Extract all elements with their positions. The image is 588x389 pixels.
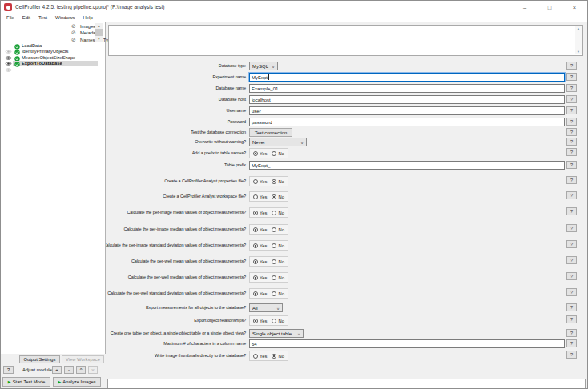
radio-icon (272, 243, 276, 248)
password-label: Password (228, 119, 246, 124)
radio-icon (272, 259, 276, 264)
per-image-median-radio-yes[interactable]: Yes (253, 227, 267, 232)
output-settings-button[interactable]: Output Settings (19, 355, 60, 363)
password-input[interactable]: password (249, 118, 565, 126)
eye-icon[interactable] (5, 62, 12, 66)
module-label: LoadData (22, 43, 42, 48)
scroll-up-icon[interactable]: ▴ (95, 23, 103, 29)
per-image-mean-radio-yes[interactable]: Yes (253, 211, 267, 215)
max-column-chars-input[interactable]: 64 (249, 339, 565, 348)
database-host-input[interactable]: localhost (249, 95, 565, 104)
input-module-item-images[interactable]: ⊘Images (1, 22, 105, 30)
per-well-median-radio-no[interactable]: No (272, 275, 284, 280)
database-name-help-button[interactable]: ? (566, 84, 577, 92)
password-help-button[interactable]: ? (566, 118, 577, 126)
per-image-stddev-help-button[interactable]: ? (566, 240, 577, 248)
per-well-mean-radio-no[interactable]: No (272, 259, 284, 264)
table-per-object-dropdown[interactable]: Single object table∨ (249, 329, 304, 338)
per-well-mean-help-button[interactable]: ? (566, 256, 577, 264)
add-module-button[interactable]: + (52, 366, 62, 374)
database-name-input[interactable]: Example_01 (249, 84, 565, 93)
per-image-mean-radio-no[interactable]: No (272, 211, 284, 215)
move-module-up-button[interactable]: ^ (76, 366, 86, 374)
username-input[interactable]: user (249, 106, 565, 115)
table-prefix-toggle-radio-yes[interactable]: Yes (253, 151, 267, 156)
write-thumbnails-radio-yes[interactable]: Yes (253, 354, 267, 359)
radio-label: No (278, 151, 284, 156)
username-help-button[interactable]: ? (566, 106, 577, 114)
experiment-name-input[interactable]: MyExpt (249, 73, 565, 82)
cpa-workspace-file-radio-no[interactable]: No (272, 194, 284, 199)
export-relationships-help-button[interactable]: ? (566, 315, 577, 323)
overwrite-warning-help-button[interactable]: ? (566, 138, 577, 146)
export-all-objects-dropdown[interactable]: All∨ (249, 303, 283, 312)
pipeline-help-button[interactable]: ? (3, 366, 14, 374)
database-host-help-button[interactable]: ? (566, 95, 577, 103)
module-item-exporttodatabase[interactable]: ExportToDatabase (1, 61, 105, 67)
cpa-workspace-file-help-button[interactable]: ? (566, 191, 577, 199)
per-well-median-help-button[interactable]: ? (566, 272, 577, 280)
eye-icon[interactable] (5, 55, 12, 60)
cpa-workspace-file-radio-yes[interactable]: Yes (253, 194, 267, 199)
per-image-stddev-radio-yes[interactable]: Yes (253, 243, 267, 248)
max-column-chars-help-button[interactable]: ? (566, 339, 577, 347)
test-connection-help-button[interactable]: ? (566, 128, 577, 136)
close-button[interactable]: × (563, 1, 586, 14)
cpa-properties-file-radio-no[interactable]: No (272, 179, 284, 184)
table-prefix-toggle-help-button[interactable]: ? (566, 148, 577, 156)
per-image-median-help-button[interactable]: ? (566, 224, 577, 232)
start-test-mode-button[interactable]: ▶ Start Test Mode (2, 377, 50, 387)
cpa-properties-file-help-button[interactable]: ? (566, 176, 577, 184)
per-well-stddev-radio-no[interactable]: No (272, 291, 284, 296)
eye-icon[interactable] (5, 50, 12, 54)
menu-windows[interactable]: Windows (51, 15, 79, 20)
write-thumbnails-help-button[interactable]: ? (566, 351, 577, 359)
remove-module-button[interactable]: - (64, 366, 74, 374)
module-notes-textarea[interactable]: ▴ ▾ (108, 25, 583, 56)
analyze-images-button[interactable]: ▶ Analyze Images (53, 377, 101, 387)
export-relationships-radio-no[interactable]: No (272, 319, 284, 323)
database-type-help-button[interactable]: ? (566, 62, 577, 70)
scroll-down-icon[interactable]: ▾ (575, 50, 582, 54)
per-well-median-radio-yes[interactable]: Yes (253, 275, 267, 280)
per-well-stddev-label: Calculate the per-well standard deviatio… (107, 291, 246, 295)
module-enabled-check-icon[interactable] (14, 56, 20, 70)
per-image-stddev-radio-no[interactable]: No (272, 243, 284, 248)
maximize-button[interactable]: □ (538, 1, 561, 14)
radio-icon (253, 319, 258, 323)
overwrite-warning-dropdown[interactable]: Never∨ (249, 138, 307, 146)
per-well-mean-radio-yes[interactable]: Yes (253, 259, 267, 264)
write-thumbnails-radio-no[interactable]: No (272, 354, 284, 359)
menu-file[interactable]: File (2, 15, 18, 20)
scroll-up-icon[interactable]: ▴ (575, 26, 582, 31)
module-label: MeasureObjectSizeShape (22, 55, 75, 60)
scrollbar-thumb[interactable] (95, 29, 103, 36)
table-prefix-input[interactable]: MyExpt_ (249, 161, 565, 170)
per-image-median-radio-no[interactable]: No (272, 227, 284, 232)
per-image-median-radio-group: YesNo (249, 224, 288, 235)
per-image-mean-help-button[interactable]: ? (566, 207, 577, 215)
database-type-dropdown[interactable]: MySQL∨ (249, 62, 278, 70)
menu-help[interactable]: Help (79, 15, 96, 20)
table-prefix-help-button[interactable]: ? (566, 161, 577, 169)
menu-edit[interactable]: Edit (18, 15, 34, 20)
table-per-object-help-button[interactable]: ? (566, 329, 577, 337)
radio-icon (253, 354, 258, 359)
export-relationships-radio-yes[interactable]: Yes (253, 319, 267, 323)
menu-test[interactable]: Test (34, 15, 51, 20)
eye-icon[interactable] (5, 43, 12, 48)
radio-icon (272, 227, 276, 232)
table-prefix-toggle-radio-no[interactable]: No (272, 151, 284, 156)
scroll-down-icon[interactable]: ▾ (95, 36, 103, 42)
input-module-item-metadata[interactable]: ⊘Metadata (1, 30, 105, 37)
per-well-stddev-radio-yes[interactable]: Yes (253, 291, 267, 296)
experiment-name-help-button[interactable]: ? (566, 73, 577, 81)
input-modules-scrollbar[interactable]: ▴ ▾ (95, 23, 103, 42)
cpa-properties-file-radio-yes[interactable]: Yes (253, 179, 267, 184)
test-connection-button[interactable]: Test connection (249, 128, 292, 137)
per-well-stddev-help-button[interactable]: ? (566, 288, 577, 296)
write-thumbnails-label: Write image thumbnails directly to the d… (155, 353, 246, 358)
minimize-button[interactable]: – (513, 1, 536, 14)
notes-scrollbar[interactable]: ▴ ▾ (575, 26, 582, 54)
export-all-objects-help-button[interactable]: ? (566, 303, 577, 311)
